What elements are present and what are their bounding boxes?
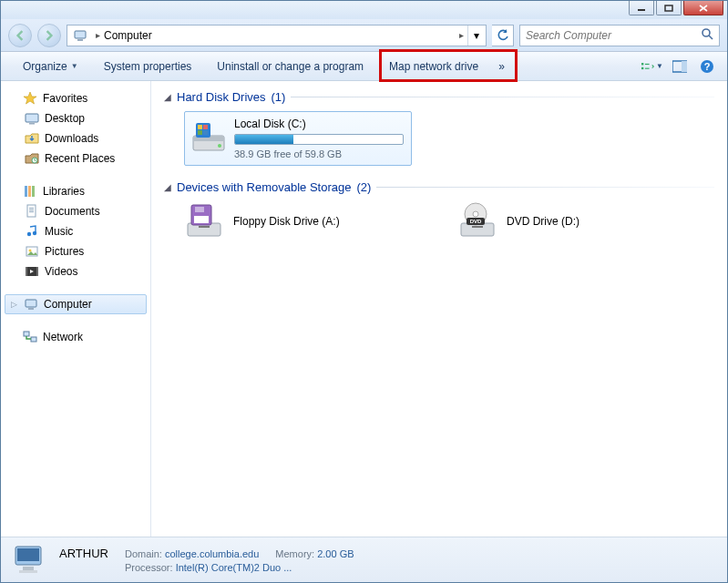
dvd-drive-icon: DVD <box>457 201 497 241</box>
svg-text:?: ? <box>704 61 711 72</box>
refresh-button[interactable] <box>492 25 514 46</box>
documents-icon <box>25 204 39 219</box>
svg-rect-55 <box>17 548 39 561</box>
svg-point-24 <box>27 232 31 236</box>
svg-rect-31 <box>26 300 36 307</box>
preview-pane-button[interactable] <box>669 56 691 77</box>
drive-name: DVD Drive (D:) <box>507 215 579 228</box>
address-bar[interactable]: ▸ Computer ▸ ▾ <box>67 25 487 46</box>
map-network-drive-button[interactable]: Map network drive <box>376 52 491 81</box>
drive-name: Local Disk (C:) <box>234 118 404 130</box>
forward-button[interactable] <box>37 24 61 47</box>
recent-places-icon <box>25 151 39 166</box>
svg-text:DVD: DVD <box>470 219 482 224</box>
search-box[interactable] <box>519 25 720 46</box>
svg-rect-11 <box>682 61 687 72</box>
organize-label: Organize <box>23 60 67 73</box>
svg-rect-9 <box>645 67 650 68</box>
svg-line-5 <box>709 36 713 39</box>
sidebar-item-music[interactable]: Music <box>5 221 147 241</box>
maximize-button[interactable] <box>656 1 682 15</box>
section-count: (2) <box>356 180 371 194</box>
removable-devices-row: Floppy Disk Drive (A:) DVD DVD Drive (D:… <box>184 201 714 241</box>
favorites-label: Favorites <box>43 92 87 105</box>
system-properties-button[interactable]: System properties <box>91 52 205 81</box>
memory-value: 2.00 GB <box>317 548 354 559</box>
svg-rect-20 <box>27 205 36 217</box>
search-input[interactable] <box>526 29 697 42</box>
breadcrumb-root-arrow[interactable]: ▸ <box>91 26 104 46</box>
view-options-button[interactable]: ▼ <box>641 56 663 77</box>
sidebar-item-label: Downloads <box>45 132 98 145</box>
uninstall-program-button[interactable]: Uninstall or change a program <box>204 52 376 81</box>
section-heading: Hard Disk Drives <box>177 90 266 104</box>
organize-menu[interactable]: Organize▼ <box>10 52 91 81</box>
breadcrumb-computer[interactable]: Computer <box>104 29 455 42</box>
sidebar-network-header[interactable]: Network <box>5 327 147 347</box>
svg-rect-15 <box>29 123 35 125</box>
section-removable-storage[interactable]: ◢ Devices with Removable Storage (2) <box>164 180 714 194</box>
section-count: (1) <box>272 90 286 104</box>
expand-icon: ▷ <box>9 300 18 309</box>
minimize-button[interactable] <box>629 1 654 15</box>
sidebar-favorites-header[interactable]: Favorites <box>5 88 147 108</box>
map-network-label: Map network drive <box>389 60 478 73</box>
breadcrumb-arrow[interactable]: ▸ <box>455 26 467 46</box>
svg-rect-1 <box>665 5 672 11</box>
computer-name: ARTHUR <box>59 547 108 560</box>
divider <box>376 187 714 188</box>
search-icon <box>701 27 713 43</box>
sidebar-item-documents[interactable]: Documents <box>5 201 147 221</box>
music-icon <box>25 224 39 239</box>
section-hard-disk-drives[interactable]: ◢ Hard Disk Drives (1) <box>164 90 714 104</box>
svg-rect-23 <box>29 211 34 212</box>
sidebar-item-downloads[interactable]: Downloads <box>5 128 147 148</box>
svg-rect-32 <box>28 308 34 310</box>
svg-rect-21 <box>29 208 34 209</box>
drive-name: Floppy Disk Drive (A:) <box>233 215 340 228</box>
computer-label: Computer <box>44 298 92 311</box>
drive-local-disk-c[interactable]: Local Disk (C:) 38.9 GB free of 59.8 GB <box>184 111 412 166</box>
sidebar-item-label: Music <box>45 225 73 238</box>
drive-floppy-a[interactable]: Floppy Disk Drive (A:) <box>184 201 403 241</box>
navigation-pane: Favorites Desktop Downloads Recent Place… <box>1 81 151 537</box>
sidebar-item-pictures[interactable]: Pictures <box>5 241 147 261</box>
details-pane: ARTHUR Domain: college.columbia.edu Memo… <box>1 537 727 582</box>
svg-rect-34 <box>31 337 36 342</box>
svg-rect-2 <box>75 31 86 38</box>
sidebar-computer-header[interactable]: ▷ Computer <box>5 294 147 314</box>
processor-value: Intel(R) Core(TM)2 Duo ... <box>176 562 292 573</box>
svg-rect-46 <box>195 207 204 212</box>
sidebar-group-libraries: Libraries Documents Music Pictures Video… <box>5 181 147 281</box>
sidebar-item-videos[interactable]: Videos <box>5 261 147 281</box>
svg-rect-42 <box>203 130 208 135</box>
svg-rect-56 <box>23 567 34 570</box>
details-info: ARTHUR Domain: college.columbia.edu Memo… <box>59 547 354 573</box>
drive-dvd-d[interactable]: DVD DVD Drive (D:) <box>457 201 676 241</box>
svg-rect-7 <box>641 66 643 68</box>
svg-rect-0 <box>638 9 645 11</box>
svg-rect-8 <box>645 63 650 64</box>
svg-rect-47 <box>194 216 209 223</box>
help-button[interactable]: ? <box>696 56 718 77</box>
chevron-down-icon: ▼ <box>71 62 78 70</box>
videos-icon <box>25 264 39 279</box>
back-button[interactable] <box>8 24 32 47</box>
sidebar-item-recent-places[interactable]: Recent Places <box>5 148 147 169</box>
toolbar-overflow-button[interactable]: » <box>491 52 512 81</box>
sidebar-libraries-header[interactable]: Libraries <box>5 181 147 201</box>
sidebar-item-label: Pictures <box>45 245 84 258</box>
svg-rect-14 <box>26 114 38 122</box>
svg-point-37 <box>218 144 221 148</box>
drive-usage-fill <box>235 135 293 144</box>
svg-rect-18 <box>28 186 31 197</box>
titlebar <box>1 1 727 19</box>
libraries-label: Libraries <box>43 185 85 198</box>
memory-label: Memory: <box>275 548 314 559</box>
sidebar-item-desktop[interactable]: Desktop <box>5 108 147 128</box>
svg-rect-6 <box>641 63 643 65</box>
uninstall-label: Uninstall or change a program <box>217 60 364 73</box>
address-history-dropdown[interactable]: ▾ <box>467 26 484 46</box>
svg-rect-44 <box>199 226 210 228</box>
close-button[interactable] <box>683 1 723 15</box>
